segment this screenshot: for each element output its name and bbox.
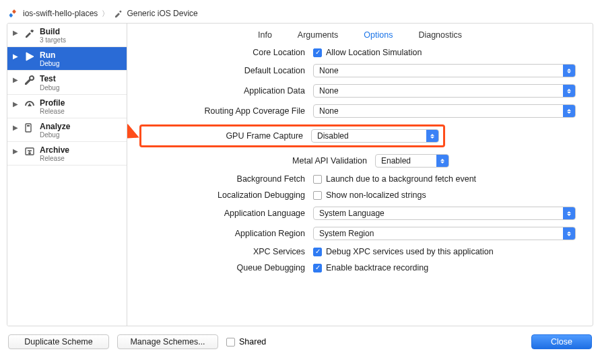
localization-debugging-checkbox[interactable] xyxy=(313,191,322,200)
metal-validation-select[interactable]: Enabled xyxy=(375,154,449,168)
breadcrumb[interactable]: ios-swift-hello-places 〉 Generic iOS Dev… xyxy=(7,4,593,23)
app-icon xyxy=(9,9,19,18)
sidebar-item-label: Analyze xyxy=(40,122,70,131)
gauge-icon xyxy=(24,99,36,110)
metal-validation-label: Metal API Validation xyxy=(139,156,375,166)
background-fetch-checkbox-label: Launch due to a background fetch event xyxy=(326,174,476,184)
routing-file-label: Routing App Coverage File xyxy=(139,106,313,116)
application-language-value: System Language xyxy=(319,209,385,218)
tab-arguments[interactable]: Arguments xyxy=(298,30,338,40)
shared-label: Shared xyxy=(239,337,266,347)
sidebar-item-label: Profile xyxy=(40,99,65,108)
xpc-services-label: XPC Services xyxy=(139,247,313,256)
sidebar-item-label: Run xyxy=(40,51,59,60)
updown-icon xyxy=(563,207,575,219)
updown-icon xyxy=(436,155,448,167)
updown-icon xyxy=(563,227,575,240)
disclosure-triangle-icon[interactable]: ▶ xyxy=(13,51,20,60)
hammer-icon xyxy=(113,9,123,18)
gpu-frame-capture-select[interactable]: Disabled xyxy=(311,129,439,143)
svg-rect-1 xyxy=(27,125,30,126)
sidebar-item-profile[interactable]: ▶ Profile Release xyxy=(7,95,127,118)
application-data-select[interactable]: None xyxy=(313,84,576,98)
localization-debugging-label: Localization Debugging xyxy=(139,190,313,200)
close-button[interactable]: Close xyxy=(531,334,592,349)
sidebar-item-sublabel: Debug xyxy=(40,84,59,92)
sidebar-item-label: Test xyxy=(40,75,59,83)
sidebar-item-test[interactable]: ▶ Test Debug xyxy=(7,71,127,94)
sidebar-item-archive[interactable]: ▶ Archive Release xyxy=(7,142,127,166)
chevron-right-icon: 〉 xyxy=(102,9,109,19)
inspector-icon xyxy=(24,122,36,133)
allow-location-simulation-label: Allow Location Simulation xyxy=(326,48,422,57)
default-location-label: Default Location xyxy=(139,66,313,75)
queue-debugging-checkbox[interactable] xyxy=(313,264,322,272)
svg-rect-0 xyxy=(26,124,31,132)
gpu-frame-capture-highlight: GPU Frame Capture Disabled xyxy=(139,124,445,147)
duplicate-scheme-button[interactable]: Duplicate Scheme xyxy=(8,334,109,349)
updown-icon xyxy=(563,85,575,97)
manage-schemes-button[interactable]: Manage Schemes... xyxy=(117,334,218,349)
routing-file-select[interactable]: None xyxy=(313,104,576,118)
sidebar-item-sublabel: Release xyxy=(40,108,65,115)
sidebar-item-sublabel: Debug xyxy=(40,131,70,139)
default-location-select[interactable]: None xyxy=(313,64,576,77)
application-data-value: None xyxy=(319,86,339,96)
disclosure-triangle-icon[interactable]: ▶ xyxy=(13,75,20,83)
background-fetch-label: Background Fetch xyxy=(139,174,313,184)
disclosure-triangle-icon[interactable]: ▶ xyxy=(13,122,20,131)
footer: Duplicate Scheme Manage Schemes... Share… xyxy=(7,326,593,357)
disclosure-triangle-icon[interactable]: ▶ xyxy=(13,28,20,36)
queue-debugging-label: Queue Debugging xyxy=(139,263,313,272)
tab-diagnostics[interactable]: Diagnostics xyxy=(418,30,462,40)
disclosure-triangle-icon[interactable]: ▶ xyxy=(13,99,20,108)
sidebar-item-analyze[interactable]: ▶ Analyze Debug xyxy=(7,118,127,142)
application-language-select[interactable]: System Language xyxy=(313,207,576,220)
sidebar: ▶ Build 3 targets ▶ Run Debug ▶ xyxy=(7,24,127,326)
xpc-services-checkbox-label: Debug XPC services used by this applicat… xyxy=(326,247,494,256)
hammer-icon xyxy=(24,28,36,38)
xpc-services-checkbox[interactable] xyxy=(313,248,322,256)
application-region-select[interactable]: System Region xyxy=(313,227,576,240)
shared-checkbox[interactable] xyxy=(226,338,235,347)
options-form: Core Location Allow Location Simulation … xyxy=(127,48,593,326)
updown-icon xyxy=(563,65,575,77)
core-location-label: Core Location xyxy=(139,48,313,57)
sidebar-item-sublabel: Release xyxy=(40,155,69,162)
background-fetch-checkbox[interactable] xyxy=(313,175,322,184)
tab-options[interactable]: Options xyxy=(364,30,393,40)
sidebar-item-sublabel: Debug xyxy=(40,60,59,67)
disclosure-triangle-icon[interactable]: ▶ xyxy=(13,146,20,155)
sidebar-item-label: Build xyxy=(40,28,66,36)
default-location-value: None xyxy=(319,66,339,75)
play-icon xyxy=(24,51,36,62)
allow-location-simulation-checkbox[interactable] xyxy=(313,48,322,57)
updown-icon xyxy=(563,105,575,117)
queue-debugging-checkbox-label: Enable backtrace recording xyxy=(326,263,428,272)
application-language-label: Application Language xyxy=(139,209,313,218)
localization-debugging-checkbox-label: Show non-localized strings xyxy=(326,190,426,200)
gpu-frame-capture-label: GPU Frame Capture xyxy=(141,131,311,141)
tab-info[interactable]: Info xyxy=(258,30,272,40)
updown-icon xyxy=(426,130,438,142)
sidebar-item-run[interactable]: ▶ Run Debug xyxy=(7,47,127,71)
sidebar-item-label: Archive xyxy=(40,146,69,155)
tab-bar: Info Arguments Options Diagnostics xyxy=(127,24,593,48)
routing-file-value: None xyxy=(319,106,339,116)
wrench-icon xyxy=(24,75,36,85)
sidebar-item-sublabel: 3 targets xyxy=(40,36,66,44)
application-region-value: System Region xyxy=(319,229,374,238)
application-region-label: Application Region xyxy=(139,229,313,238)
archive-icon xyxy=(24,146,36,157)
breadcrumb-target[interactable]: Generic iOS Device xyxy=(127,9,197,18)
application-data-label: Application Data xyxy=(139,86,313,96)
gpu-frame-capture-value: Disabled xyxy=(317,131,349,141)
sidebar-item-build[interactable]: ▶ Build 3 targets xyxy=(7,24,127,47)
metal-validation-value: Enabled xyxy=(381,156,411,166)
breadcrumb-project[interactable]: ios-swift-hello-places xyxy=(23,9,98,18)
